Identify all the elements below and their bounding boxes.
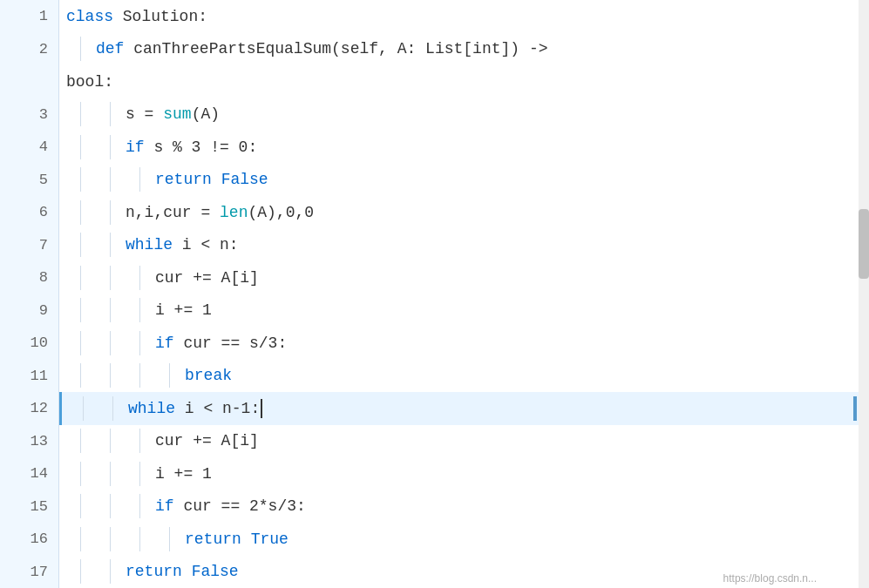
code-token: i += 1	[155, 465, 212, 483]
code-token: return	[185, 531, 251, 548]
line-number-13: 13	[0, 425, 58, 458]
indent-guide	[139, 266, 140, 290]
indent-guide	[139, 298, 140, 322]
indent-guide	[110, 331, 111, 355]
indent-guide	[139, 494, 140, 518]
code-token: while	[128, 400, 185, 417]
code-token: cur == 2*s/3:	[183, 497, 305, 515]
code-line-5[interactable]: return False	[59, 164, 869, 197]
line-number-2b	[0, 65, 58, 98]
code-line-8[interactable]: cur += A[i]	[59, 261, 869, 294]
indent-guide	[110, 167, 111, 192]
indent-guide	[169, 363, 170, 388]
code-token: if	[155, 497, 183, 515]
code-line-14[interactable]: i += 1	[59, 457, 869, 490]
code-line-15[interactable]: if cur == 2*s/3:	[59, 490, 869, 524]
code-token: i += 1	[155, 301, 212, 319]
code-line-11[interactable]: break	[59, 360, 869, 393]
indent-guide	[139, 167, 140, 192]
indent-guide	[139, 429, 140, 453]
code-line-12[interactable]: while i < n-1:	[59, 392, 869, 425]
line-number-5: 5	[0, 164, 58, 197]
code-line-9[interactable]: i += 1	[59, 294, 869, 328]
indent-guide	[110, 102, 111, 126]
indent-guide	[80, 233, 81, 257]
indent-guide	[110, 233, 111, 257]
code-line-7[interactable]: while i < n:	[59, 229, 869, 262]
indent-guide	[80, 559, 81, 584]
indent-guide	[83, 396, 84, 421]
watermark: https://blog.csdn.n...	[723, 572, 817, 585]
indent-guide	[110, 559, 111, 584]
code-line-13[interactable]: cur += A[i]	[59, 425, 869, 458]
code-token: (A)	[192, 105, 220, 123]
code-line-10[interactable]: if cur == s/3:	[59, 327, 869, 360]
code-token: False	[192, 563, 239, 580]
indent-guide	[80, 135, 81, 159]
line-number-7: 7	[0, 229, 58, 262]
code-token: i < n-1:	[185, 400, 260, 417]
line-number-15: 15	[0, 490, 58, 524]
scrollbar[interactable]	[859, 0, 869, 588]
indent-guide	[169, 527, 170, 551]
line-number-4: 4	[0, 131, 58, 164]
indent-guide	[112, 396, 113, 421]
code-token: len	[220, 204, 248, 221]
code-line-2[interactable]: def canThreePartsEqualSum(self, A: List[…	[59, 33, 869, 66]
indent-guide	[80, 363, 81, 388]
code-lines[interactable]: class Solution:def canThreePartsEqualSum…	[59, 0, 869, 588]
indent-guide	[110, 135, 111, 159]
code-token: if	[155, 335, 183, 352]
code-token: if	[126, 139, 153, 156]
indent-guide	[80, 200, 81, 225]
code-token: class	[66, 8, 123, 25]
line-number-12: 12	[0, 392, 58, 425]
code-line-3[interactable]: s = sum(A)	[59, 98, 869, 132]
indent-guide	[139, 363, 140, 388]
line-number-16: 16	[0, 523, 58, 556]
indent-guide	[110, 527, 111, 551]
code-token: bool:	[66, 73, 113, 91]
code-token: Solution:	[123, 8, 207, 25]
code-token: True	[251, 531, 289, 548]
indent-guide	[80, 429, 81, 453]
indent-guide	[110, 298, 111, 322]
indent-guide	[139, 527, 140, 551]
indent-guide	[80, 37, 81, 61]
indent-guide	[80, 266, 81, 290]
indent-guide	[80, 167, 81, 192]
indent-guide	[139, 331, 140, 355]
line-number-6: 6	[0, 196, 58, 229]
code-token: i < n:	[182, 236, 239, 253]
code-line-4[interactable]: if s % 3 != 0:	[59, 131, 869, 164]
line-indicator	[853, 396, 857, 421]
code-token: sum	[163, 105, 191, 123]
indent-guide	[110, 363, 111, 388]
line-number-1: 1	[0, 0, 58, 33]
scrollbar-thumb[interactable]	[859, 209, 869, 279]
code-token: def	[96, 40, 133, 57]
code-token: cur += A[i]	[155, 269, 259, 287]
indent-guide	[80, 527, 81, 551]
line-number-9: 9	[0, 294, 58, 328]
code-token: s =	[126, 105, 163, 123]
line-numbers: 1234567891011121314151617	[0, 0, 59, 588]
line-number-17: 17	[0, 556, 58, 589]
code-token: return	[155, 171, 221, 188]
code-token: while	[126, 236, 182, 253]
text-cursor	[261, 399, 262, 418]
code-token: n,i,cur =	[126, 204, 220, 221]
code-token: cur == s/3:	[183, 335, 287, 352]
code-token: False	[221, 171, 268, 188]
indent-guide	[110, 429, 111, 453]
code-line-16[interactable]: return True	[59, 523, 869, 556]
code-line-1[interactable]: class Solution:	[59, 0, 869, 33]
line-number-11: 11	[0, 360, 58, 393]
code-line-6[interactable]: n,i,cur = len(A),0,0	[59, 196, 869, 229]
code-token: canThreePartsEqualSum(self, A: List[int]…	[133, 40, 547, 57]
code-token: cur += A[i]	[155, 432, 259, 449]
indent-guide	[110, 462, 111, 486]
indent-guide	[80, 494, 81, 518]
indent-guide	[80, 298, 81, 322]
indent-guide	[110, 266, 111, 290]
